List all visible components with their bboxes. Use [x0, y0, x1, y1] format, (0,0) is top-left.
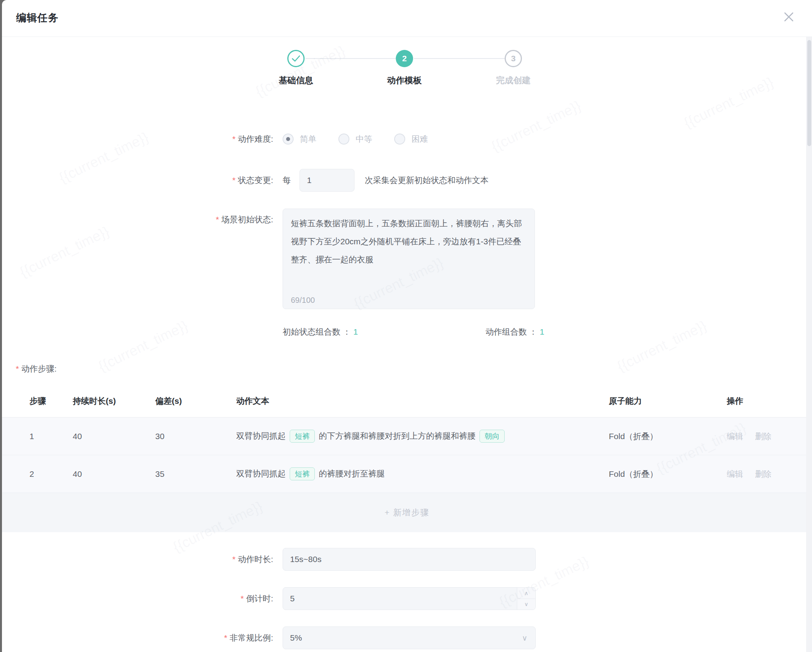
char-counter: 69/100 [291, 296, 315, 304]
radio-simple[interactable]: 简单 [283, 134, 316, 145]
combination-counts: 初始状态组合数：1 动作组合数：1 [283, 326, 544, 337]
action-combo-count: 动作组合数：1 [485, 326, 544, 337]
action-duration-input[interactable]: 15s~80s [283, 548, 536, 571]
radio-label: 简单 [300, 134, 316, 145]
required-asterisk: * [232, 134, 235, 143]
keyword-tag[interactable]: 短裤 [290, 430, 315, 443]
delete-link[interactable]: 删除 [755, 432, 772, 441]
add-step-row: + 新增步骤 [2, 493, 812, 532]
unusual-ratio-value: 5% [290, 633, 302, 643]
action-text-fragment: 双臂协同抓起 [236, 431, 286, 440]
number-spinner: ∧ ∨ [517, 588, 535, 610]
radio-medium[interactable]: 中等 [338, 134, 372, 145]
steps-table-rows: 14030双臂协同抓起短裤的下方裤腿和裤腰对折到上方的裤腿和裤腰朝向Fold（折… [2, 418, 812, 493]
radio-label: 困难 [412, 134, 428, 145]
required-asterisk: * [232, 555, 235, 564]
unusual-ratio-label: *非常规比例: [16, 632, 273, 643]
edit-link[interactable]: 编辑 [727, 432, 743, 441]
header-operations: 操作 [727, 396, 812, 407]
close-icon[interactable] [782, 10, 795, 24]
cell-ability: Fold（折叠） [609, 431, 727, 442]
header-step: 步骤 [29, 396, 73, 407]
radio-label: 中等 [356, 134, 372, 145]
steps-table: 步骤 持续时长(s) 偏差(s) 动作文本 原子能力 操作 14030双臂协同抓… [2, 385, 812, 532]
initial-state-row: *场景初始状态: 短裤五条数据背面朝上，五条数据正面朝上，裤腰朝右，离头部视野下… [16, 209, 812, 309]
initial-state-label: *场景初始状态: [16, 209, 273, 225]
page-background: 编辑任务 2 3 基础信息 动作模板 完成创建 *动作难度: [0, 0, 812, 652]
action-duration-label: *动作时长: [16, 554, 273, 565]
initial-combo-value: 1 [353, 327, 358, 336]
cell-step: 1 [29, 432, 73, 441]
cell-step: 2 [29, 469, 73, 479]
edit-task-dialog: 编辑任务 2 3 基础信息 动作模板 完成创建 *动作难度: [2, 0, 812, 652]
required-asterisk: * [241, 594, 244, 603]
action-text-fragment: 双臂协同抓起 [236, 469, 286, 478]
keyword-tag[interactable]: 短裤 [290, 467, 315, 480]
cell-actions: 编辑删除 [727, 431, 812, 442]
difficulty-label: *动作难度: [16, 134, 273, 145]
difficulty-radio-group: 简单 中等 困难 [283, 134, 450, 145]
unusual-ratio-row: *非常规比例: 5% ∨ [16, 626, 812, 650]
table-row: 24035双臂协同抓起短裤的裤腰对折至裤腿Fold（折叠）编辑删除 [2, 455, 812, 493]
countdown-input[interactable]: 5 ∧ ∨ [283, 587, 536, 610]
step-2-label: 动作模板 [357, 75, 452, 86]
required-asterisk: * [232, 176, 235, 185]
cell-deviation: 30 [155, 432, 236, 441]
action-combo-value: 1 [540, 327, 544, 336]
state-change-label: *状态变更: [16, 175, 273, 186]
header-deviation: 偏差(s) [155, 396, 236, 407]
countdown-label: *倒计时: [16, 593, 273, 604]
delete-link[interactable]: 删除 [755, 469, 772, 478]
chevron-down-icon: ∨ [522, 627, 527, 649]
dialog-title: 编辑任务 [16, 11, 59, 25]
state-change-row: *状态变更: 每 次采集会更新初始状态和动作文本 [16, 168, 812, 192]
required-asterisk: * [216, 215, 219, 224]
add-step-button[interactable]: + 新增步骤 [384, 507, 429, 518]
radio-circle-icon [338, 134, 349, 145]
step-2-circle: 2 [396, 50, 413, 67]
cell-duration: 40 [73, 432, 155, 441]
radio-circle-icon [394, 134, 405, 145]
cell-action-text: 双臂协同抓起短裤的下方裤腿和裤腰对折到上方的裤腿和裤腰朝向 [236, 430, 609, 443]
header-action-text: 动作文本 [236, 396, 609, 407]
initial-state-textarea[interactable]: 短裤五条数据背面朝上，五条数据正面朝上，裤腰朝右，离头部视野下方至少20cm之外… [283, 209, 535, 309]
stepper-connector [305, 58, 396, 59]
action-text-fragment: 的裤腰对折至裤腿 [319, 469, 385, 478]
step-1-label: 基础信息 [249, 75, 343, 86]
dialog-body: 2 3 基础信息 动作模板 完成创建 *动作难度: 简单 中等 [2, 37, 812, 650]
cell-actions: 编辑删除 [727, 469, 812, 480]
step-3-circle: 3 [505, 50, 522, 67]
header-duration: 持续时长(s) [73, 396, 155, 407]
cell-ability: Fold（折叠） [609, 469, 727, 480]
countdown-value: 5 [290, 594, 295, 603]
state-change-suffix: 次采集会更新初始状态和动作文本 [365, 175, 489, 186]
action-steps-section-label: *动作步骤: [16, 363, 812, 374]
difficulty-row: *动作难度: 简单 中等 困难 [16, 132, 812, 146]
edit-link[interactable]: 编辑 [727, 469, 743, 478]
dialog-header: 编辑任务 [2, 0, 812, 37]
required-asterisk: * [16, 364, 19, 373]
action-duration-row: *动作时长: 15s~80s [16, 548, 812, 571]
spinner-increase-icon[interactable]: ∧ [517, 588, 535, 599]
action-duration-value: 15s~80s [290, 555, 321, 564]
table-row: 14030双臂协同抓起短裤的下方裤腿和裤腰对折到上方的裤腿和裤腰朝向Fold（折… [2, 418, 812, 455]
step-3-label: 完成创建 [466, 75, 560, 86]
action-text-fragment: 的下方裤腿和裤腰对折到上方的裤腿和裤腰 [319, 431, 476, 440]
spinner-decrease-icon[interactable]: ∨ [517, 599, 535, 610]
radio-circle-icon [283, 134, 294, 145]
cell-action-text: 双臂协同抓起短裤的裤腰对折至裤腿 [236, 467, 609, 480]
scrollbar-track[interactable] [806, 37, 812, 652]
radio-hard[interactable]: 困难 [394, 134, 428, 145]
initial-combo-count: 初始状态组合数：1 [283, 326, 358, 337]
initial-state-text: 短裤五条数据背面朝上，五条数据正面朝上，裤腰朝右，离头部视野下方至少20cm之外… [291, 219, 522, 264]
state-change-input[interactable] [299, 169, 355, 192]
stepper: 2 3 基础信息 动作模板 完成创建 [2, 37, 812, 97]
keyword-tag[interactable]: 朝向 [479, 430, 505, 443]
steps-table-header: 步骤 持续时长(s) 偏差(s) 动作文本 原子能力 操作 [2, 385, 812, 418]
stepper-connector [414, 58, 505, 59]
unusual-ratio-select[interactable]: 5% ∨ [283, 626, 536, 649]
countdown-row: *倒计时: 5 ∧ ∨ [16, 587, 812, 610]
cell-duration: 40 [73, 469, 155, 479]
required-asterisk: * [224, 633, 227, 642]
scrollbar-thumb[interactable] [807, 40, 811, 146]
